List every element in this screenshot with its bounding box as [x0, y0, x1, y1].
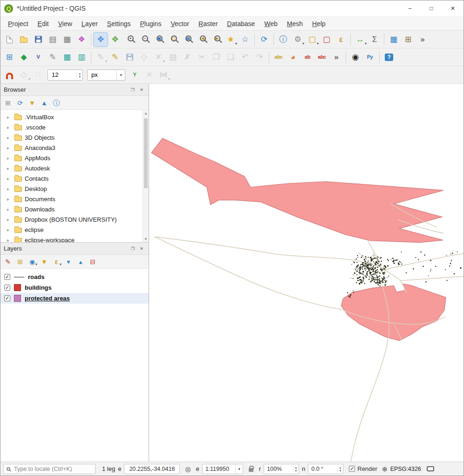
paste-features-button[interactable]: ❑ [224, 50, 238, 64]
redo-button[interactable]: ↷ [252, 50, 266, 64]
python-console-button[interactable]: Py [363, 50, 377, 64]
zoom-full-button[interactable]: ▣ [151, 33, 165, 47]
zoom-to-selection-button[interactable]: ▢ [166, 33, 180, 47]
pin-labels-button[interactable]: ab [300, 50, 314, 64]
show-spatial-bookmarks-button[interactable]: ☆ [238, 33, 252, 47]
current-edits-button[interactable]: ✎▾ [94, 50, 108, 64]
expand-chevron-icon[interactable]: ▸ [7, 176, 12, 181]
help-contents-button[interactable]: ? [382, 50, 396, 64]
expand-chevron-icon[interactable]: ▸ [7, 227, 12, 232]
avoid-overlap-button[interactable]: ⋈▾ [157, 68, 171, 82]
layer-item-buildings[interactable]: ✓buildings [0, 282, 149, 293]
snapping-units-combo[interactable]: px▾ [87, 69, 125, 81]
menu-project[interactable]: Project [3, 18, 33, 30]
menu-layer[interactable]: Layer [77, 18, 102, 30]
new-mesh-layer-button[interactable]: ▦ [60, 50, 74, 64]
maximize-button[interactable]: □ [421, 0, 442, 16]
collapse-all-button[interactable]: ▴ [75, 256, 86, 267]
browser-item-documents[interactable]: ▸Documents [0, 194, 149, 204]
map-canvas[interactable] [149, 84, 464, 462]
spin-down-icon[interactable]: ▾ [340, 469, 341, 472]
menu-view[interactable]: View [54, 18, 77, 30]
browser-item-downloads[interactable]: ▸Downloads [0, 204, 149, 214]
layers-close-button[interactable]: ✕ [138, 245, 145, 252]
browser-close-button[interactable]: ✕ [138, 86, 145, 94]
menu-database[interactable]: Database [222, 18, 259, 30]
zoom-in-button[interactable]: + [123, 33, 136, 47]
locate-bar[interactable] [3, 464, 96, 474]
filter-browser-button[interactable]: ▼ [27, 97, 38, 109]
expand-chevron-icon[interactable]: ▸ [7, 166, 12, 171]
statistical-summary-button[interactable]: Σ [368, 33, 382, 47]
layer-visibility-checkbox[interactable]: ✓ [4, 274, 10, 280]
layer-visibility-checkbox[interactable]: ✓ [4, 285, 10, 291]
topological-editing-button[interactable]: Y [128, 68, 142, 82]
vertex-tool-button[interactable]: ✕▾ [151, 50, 165, 64]
select-by-expression-button[interactable]: ε [334, 33, 348, 47]
coordinate-display[interactable]: 20.2255,-34.0416 [124, 464, 180, 474]
browser-item-autodesk[interactable]: ▸Autodesk [0, 163, 149, 173]
layer-visibility-checkbox[interactable]: ✓ [4, 295, 10, 301]
browser-item-desktop[interactable]: ▸Desktop [0, 184, 149, 194]
pan-map-button[interactable]: ✥ [94, 33, 108, 47]
expand-chevron-icon[interactable]: ▸ [7, 197, 12, 202]
copy-features-button[interactable]: ❐ [209, 50, 223, 64]
show-layout-manager-button[interactable]: ▦ [60, 33, 74, 47]
spinner-icons[interactable]: ▴ ▾ [293, 466, 297, 472]
browser-item-virtualbox[interactable]: ▸.VirtualBox [0, 112, 149, 122]
highlight-pinned-labels-button[interactable]: abc [315, 50, 329, 64]
close-button[interactable]: ✕ [442, 0, 464, 16]
toolbar-overflow-button[interactable]: » [416, 33, 430, 47]
expand-chevron-icon[interactable]: ▸ [7, 238, 12, 243]
browser-scrollbar[interactable]: ▲ ▼ [143, 110, 149, 242]
manage-map-themes-button[interactable]: ◉▾ [27, 256, 38, 267]
browser-item-3d-objects[interactable]: ▸3D Objects [0, 132, 149, 143]
menu-settings[interactable]: Settings [102, 18, 136, 30]
labels-toolbar-overflow-button[interactable]: » [329, 50, 343, 64]
zoom-last-button[interactable]: ◀ [195, 33, 209, 47]
filter-legend-button[interactable]: ▼ [39, 256, 50, 267]
open-data-source-manager-button[interactable]: ⊞ [2, 50, 16, 64]
crs-label[interactable]: EPSG:4326 [390, 466, 421, 472]
spin-down-icon[interactable]: ▾ [79, 75, 81, 78]
identify-features-button[interactable]: ⓘ [276, 33, 290, 47]
delete-selected-button[interactable]: ✗ [180, 50, 194, 64]
filter-by-expression-button[interactable]: ε▾ [51, 256, 62, 267]
snapping-mode-button[interactable]: ◇▾ [17, 68, 31, 82]
new-virtual-layer-button[interactable]: ▥ [75, 50, 89, 64]
render-checkbox[interactable]: ✓ Render [349, 465, 377, 472]
expand-chevron-icon[interactable]: ▸ [7, 207, 12, 212]
undo-button[interactable]: ↶ [238, 50, 252, 64]
scrollbar-thumb[interactable] [144, 118, 148, 188]
expand-chevron-icon[interactable]: ▸ [7, 125, 12, 130]
new-spatial-bookmark-button[interactable]: ★▾ [224, 33, 238, 47]
messages-icon[interactable] [427, 466, 434, 471]
new-geopackage-layer-button[interactable]: ◆ [17, 50, 31, 64]
menu-vector[interactable]: Vector [166, 18, 194, 30]
self-snapping-button[interactable]: ∷ [31, 68, 45, 82]
toggle-editing-button[interactable]: ✎ [108, 50, 122, 64]
expand-chevron-icon[interactable]: ▸ [7, 135, 12, 140]
browser-item-vscode[interactable]: ▸.vscode [0, 122, 149, 132]
refresh-map-button[interactable]: ⟳ [257, 33, 271, 47]
new-project-button[interactable] [2, 33, 16, 47]
new-shapefile-layer-button[interactable]: V [31, 50, 45, 64]
add-group-button[interactable]: ⊞ [14, 256, 26, 267]
rotation-spinbox[interactable]: 0.0 ° ▴ ▾ [308, 464, 343, 474]
deselect-features-button[interactable]: ▢ [320, 33, 334, 47]
layers-float-button[interactable]: ❐ [129, 245, 136, 252]
expand-chevron-icon[interactable]: ▸ [7, 217, 12, 222]
field-calculator-button[interactable]: ⊞ [401, 33, 415, 47]
expand-chevron-icon[interactable]: ▸ [7, 186, 12, 191]
spin-down-icon[interactable]: ▾ [295, 469, 297, 472]
open-attribute-table-button[interactable]: ▦ [387, 33, 401, 47]
magnifier-spinbox[interactable]: 100% ▴ ▾ [264, 464, 299, 474]
zoom-next-button[interactable]: ▶ [209, 33, 223, 47]
cut-features-button[interactable]: ✂ [195, 50, 209, 64]
layer-diagram-options-button[interactable]: ◕ [286, 50, 300, 64]
menu-raster[interactable]: Raster [194, 18, 222, 30]
browser-item-appmods[interactable]: ▸AppMods [0, 153, 149, 163]
measure-line-button[interactable]: ↔▾ [353, 33, 367, 47]
run-feature-action-button[interactable]: ⚙▾ [291, 33, 305, 47]
browser-item-anaconda3[interactable]: ▸Anaconda3 [0, 143, 149, 153]
